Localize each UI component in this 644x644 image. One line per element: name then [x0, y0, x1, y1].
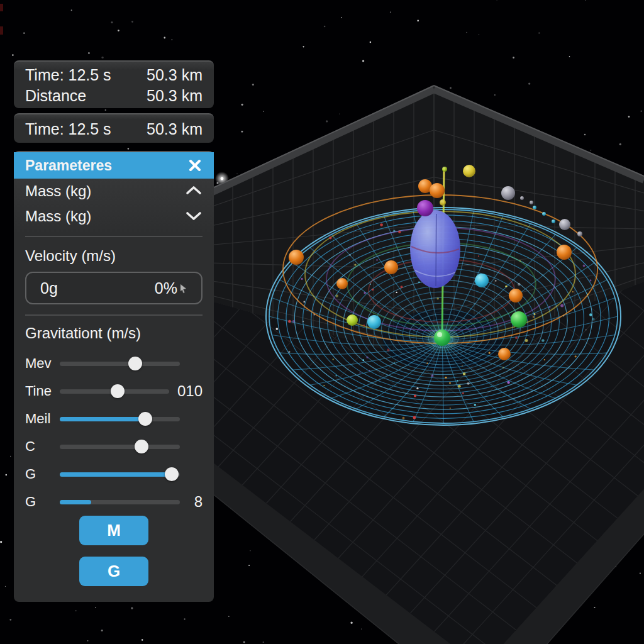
- debris-dot: [542, 212, 546, 216]
- stat-value: 50.3 km: [147, 65, 203, 84]
- debris-dot: [440, 199, 446, 206]
- slider-row: Tine 010: [14, 377, 214, 405]
- planet-orange: [557, 245, 572, 260]
- stat-row: Time: 12.5 s 50.3 km: [14, 119, 214, 138]
- well-core: [425, 321, 459, 355]
- cursor-icon: [179, 279, 187, 297]
- slider-label: G: [25, 494, 58, 510]
- slider-thumb[interactable]: [138, 412, 152, 426]
- slider-label: C: [25, 438, 58, 455]
- stat-value: 50.3 km: [147, 86, 203, 105]
- planet-yellow: [463, 165, 475, 177]
- planet-yellowgreen: [347, 314, 358, 326]
- stat-row: Distance 50.3 km: [14, 86, 214, 105]
- planet-orange: [289, 250, 304, 265]
- divider: [25, 236, 203, 237]
- slider-row: Meil: [14, 405, 214, 433]
- velocity-value: 0g: [40, 279, 58, 297]
- mass-label: Mass (kg): [25, 208, 91, 225]
- debris-dot: [533, 206, 536, 209]
- stat-row: Time: 12.5 s 50.3 km: [14, 65, 214, 84]
- slider-thumb[interactable]: [135, 440, 148, 453]
- planet-orange: [430, 183, 445, 198]
- slider-group: Mev Tine 010 Meil C G: [14, 350, 214, 516]
- gravitation-label: Gravitationt (m/s): [25, 323, 203, 343]
- planet-gray: [501, 186, 515, 200]
- mass-row[interactable]: Mass (kg): [14, 179, 214, 204]
- m-button[interactable]: M: [79, 516, 148, 545]
- stats-panel: Time: 12.5 s 50.3 km Distance 50.3 km: [14, 60, 214, 108]
- stat-label: Time: 12.5 s: [25, 119, 111, 138]
- debris-dot: [520, 196, 524, 200]
- debris-dot: [530, 201, 533, 204]
- slider-value: 8: [194, 493, 203, 511]
- planet-cyan: [367, 315, 381, 329]
- slider-thumb[interactable]: [111, 384, 125, 398]
- planet-orange: [498, 348, 511, 360]
- slider-label: Meil: [25, 411, 58, 427]
- planet-orange: [509, 289, 523, 303]
- stat-value: 50.3 km: [147, 119, 203, 138]
- velocity-label: Velocity (m/s): [25, 246, 203, 266]
- slider-fill: [60, 472, 172, 477]
- planet-green: [511, 311, 527, 328]
- slider-row: C: [14, 433, 214, 460]
- slider-label: Mev: [25, 355, 58, 372]
- velocity-percent: 0%: [155, 279, 177, 297]
- velocity-input[interactable]: 0g 0%: [25, 272, 203, 304]
- chevron-up-icon[interactable]: [185, 182, 203, 200]
- slider-track[interactable]: [60, 472, 180, 477]
- debris-dot: [442, 167, 447, 172]
- slider-thumb[interactable]: [165, 467, 179, 481]
- slider-track[interactable]: [60, 500, 180, 504]
- slider-label: G: [25, 466, 58, 482]
- close-icon[interactable]: [187, 158, 203, 173]
- slider-track[interactable]: [60, 362, 180, 366]
- slider-thumb[interactable]: [128, 357, 142, 370]
- stat-label: Distance: [25, 86, 86, 105]
- g-button[interactable]: G: [79, 557, 148, 586]
- slider-row: Mev: [14, 350, 214, 377]
- panel-title: Parameteres: [25, 157, 112, 174]
- central-mass-sphere: [410, 210, 460, 288]
- edge-artifact: [0, 4, 3, 11]
- stats-panel-secondary: Time: 12.5 s 50.3 km: [14, 113, 214, 143]
- slider-row: G 8: [14, 488, 214, 516]
- edge-artifact: [0, 26, 3, 35]
- chevron-down-icon[interactable]: [185, 208, 203, 225]
- planet-purple: [417, 200, 433, 216]
- parameters-header: Parameteres: [14, 152, 214, 179]
- planet-gray: [559, 219, 570, 230]
- debris-dot: [552, 219, 555, 223]
- parameters-panel: Parameteres Mass (kg) Mass (kg) Velocity…: [14, 151, 214, 602]
- debris-dot: [577, 231, 582, 236]
- slider-track[interactable]: [60, 417, 180, 421]
- divider: [25, 314, 203, 316]
- slider-value: 010: [177, 382, 203, 400]
- slider-track[interactable]: [60, 389, 169, 394]
- planet-orange: [384, 260, 398, 274]
- planet-cyan: [475, 274, 489, 287]
- slider-fill: [60, 500, 91, 504]
- planet-orange: [336, 278, 348, 289]
- mass-row[interactable]: Mass (kg): [14, 204, 214, 229]
- slider-track[interactable]: [60, 445, 180, 449]
- slider-fill: [60, 417, 145, 421]
- slider-label: Tine: [25, 383, 58, 399]
- mass-label: Mass (kg): [25, 182, 91, 200]
- slider-row: G: [14, 460, 214, 488]
- stat-label: Time: 12.5 s: [25, 65, 111, 84]
